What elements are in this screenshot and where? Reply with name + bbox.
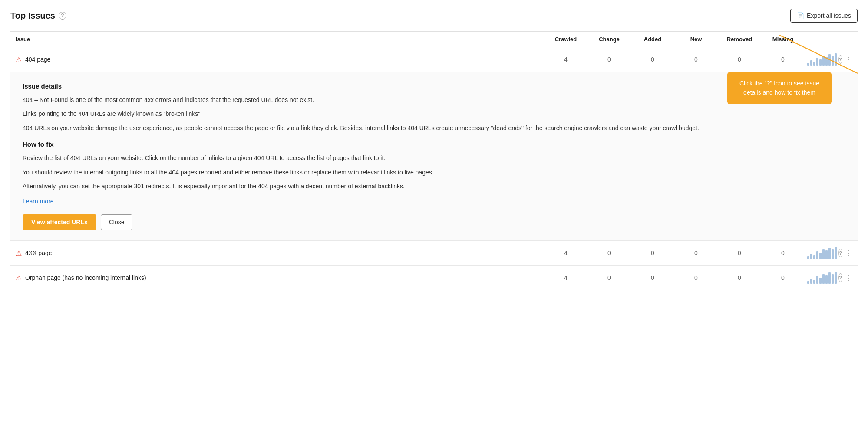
issue-details-heading: Issue details bbox=[23, 82, 845, 90]
change-4xx: 0 bbox=[587, 249, 631, 256]
removed-4xx: 0 bbox=[718, 249, 761, 256]
chart-bars-orphan bbox=[805, 272, 839, 284]
how-to-fix-text-2: You should review the internal outgoing … bbox=[23, 167, 845, 177]
how-to-fix-text-3: Alternatively, you can set the appropria… bbox=[23, 181, 845, 191]
issue-label-404: 404 page bbox=[25, 56, 50, 63]
row-help-icon-4xx[interactable]: ? bbox=[838, 249, 842, 257]
how-to-fix-heading: How to fix bbox=[23, 141, 845, 148]
th-missing: Missing bbox=[761, 36, 805, 43]
new-4xx: 0 bbox=[674, 249, 718, 256]
bar-4xx-7 bbox=[825, 250, 828, 259]
added-404: 0 bbox=[631, 56, 674, 63]
issue-details-text-1: 404 – Not Found is one of the most commo… bbox=[23, 95, 845, 105]
learn-more-link[interactable]: Learn more bbox=[23, 198, 54, 205]
table-header: Issue Crawled Change Added New Removed M… bbox=[10, 31, 858, 47]
bar-orphan-4 bbox=[816, 276, 818, 284]
bar-1 bbox=[807, 63, 809, 66]
warning-icon-4xx: ⚠ bbox=[16, 249, 22, 257]
bar-orphan-3 bbox=[813, 280, 815, 284]
bar-6 bbox=[822, 56, 825, 66]
change-orphan: 0 bbox=[587, 274, 631, 281]
bar-4xx-6 bbox=[822, 249, 825, 259]
issue-row-orphan: ⚠ Orphan page (has no incoming internal … bbox=[10, 266, 858, 290]
issue-row-main-4xx[interactable]: ⚠ 4XX page 4 0 0 0 0 0 bbox=[10, 241, 858, 265]
bar-2 bbox=[810, 60, 812, 66]
close-button[interactable]: Close bbox=[101, 214, 133, 230]
row-actions-orphan: ? ⋮ bbox=[839, 273, 852, 282]
row-help-icon-404[interactable]: ? bbox=[838, 55, 842, 64]
bar-9 bbox=[832, 56, 834, 66]
issue-row-main-404[interactable]: ⚠ 404 page 4 0 0 0 0 0 bbox=[10, 47, 858, 72]
bar-4xx-10 bbox=[835, 247, 837, 259]
missing-orphan: 0 bbox=[761, 274, 805, 281]
bar-4xx-5 bbox=[819, 253, 822, 259]
bar-4xx-1 bbox=[807, 256, 809, 259]
row-actions-4xx: ? ⋮ bbox=[839, 249, 852, 257]
row-actions-404: ? ⋮ bbox=[839, 55, 852, 64]
bar-4xx-2 bbox=[810, 254, 812, 259]
issue-label-4xx: 4XX page bbox=[25, 249, 52, 256]
tooltip-text: Click the "?" Icon to see issue details … bbox=[739, 80, 819, 96]
issue-detail-panel-404: Click the "?" Icon to see issue details … bbox=[10, 72, 858, 240]
bar-orphan-6 bbox=[822, 274, 825, 284]
warning-icon-orphan: ⚠ bbox=[16, 274, 22, 282]
new-orphan: 0 bbox=[674, 274, 718, 281]
row-menu-icon-orphan[interactable]: ⋮ bbox=[845, 274, 852, 282]
page-title: Top Issues bbox=[10, 11, 55, 21]
bar-orphan-1 bbox=[807, 281, 809, 284]
view-affected-urls-button[interactable]: View affected URLs bbox=[23, 214, 96, 230]
issue-name-4xx: ⚠ 4XX page bbox=[16, 249, 544, 257]
page-wrapper: Top Issues ? 📄 Export all issues Issue C… bbox=[0, 0, 868, 433]
chart-bars-404 bbox=[805, 53, 839, 66]
missing-4xx: 0 bbox=[761, 249, 805, 256]
bar-5 bbox=[819, 59, 822, 66]
new-404: 0 bbox=[674, 56, 718, 63]
bar-7 bbox=[825, 57, 828, 66]
removed-404: 0 bbox=[718, 56, 761, 63]
issue-row-404: ⚠ 404 page 4 0 0 0 0 0 bbox=[10, 47, 858, 241]
bar-4 bbox=[816, 58, 818, 66]
issue-label-orphan: Orphan page (has no incoming internal li… bbox=[25, 274, 146, 281]
warning-icon-404: ⚠ bbox=[16, 56, 22, 64]
th-crawled: Crawled bbox=[544, 36, 587, 43]
bar-4xx-8 bbox=[828, 248, 831, 259]
page-header: Top Issues ? 📄 Export all issues bbox=[10, 9, 858, 23]
bar-orphan-5 bbox=[819, 278, 822, 284]
chart-bars-4xx bbox=[805, 247, 839, 259]
chart-orphan bbox=[805, 272, 839, 284]
issue-details-text-3: 404 URLs on your website damage the user… bbox=[23, 123, 845, 133]
bar-orphan-8 bbox=[828, 272, 831, 284]
th-change: Change bbox=[587, 36, 631, 43]
bar-3 bbox=[813, 62, 815, 66]
issue-row-4xx: ⚠ 4XX page 4 0 0 0 0 0 bbox=[10, 241, 858, 266]
issue-row-main-orphan[interactable]: ⚠ Orphan page (has no incoming internal … bbox=[10, 266, 858, 290]
th-chart bbox=[805, 36, 839, 43]
bar-4xx-3 bbox=[813, 255, 815, 259]
row-menu-icon-404[interactable]: ⋮ bbox=[845, 56, 852, 64]
tooltip-callout: Click the "?" Icon to see issue details … bbox=[727, 72, 832, 104]
issue-name-orphan: ⚠ Orphan page (has no incoming internal … bbox=[16, 274, 544, 282]
th-removed: Removed bbox=[718, 36, 761, 43]
export-button-label: Export all issues bbox=[807, 12, 851, 19]
th-actions bbox=[839, 36, 852, 43]
issue-details-text-2: Links pointing to the 404 URLs are widel… bbox=[23, 109, 845, 118]
crawled-4xx: 4 bbox=[544, 249, 587, 256]
issue-name-404: ⚠ 404 page bbox=[16, 56, 544, 64]
page-help-icon[interactable]: ? bbox=[59, 12, 66, 20]
chart-4xx bbox=[805, 247, 839, 259]
removed-orphan: 0 bbox=[718, 274, 761, 281]
export-all-button[interactable]: 📄 Export all issues bbox=[790, 9, 858, 23]
bar-8 bbox=[828, 54, 831, 66]
page-title-group: Top Issues ? bbox=[10, 11, 66, 21]
th-added: Added bbox=[631, 36, 674, 43]
bar-4xx-4 bbox=[816, 251, 818, 259]
change-404: 0 bbox=[587, 56, 631, 63]
panel-buttons: View affected URLs Close bbox=[23, 214, 845, 230]
th-new: New bbox=[674, 36, 718, 43]
added-4xx: 0 bbox=[631, 249, 674, 256]
row-menu-icon-4xx[interactable]: ⋮ bbox=[845, 249, 852, 257]
bar-orphan-2 bbox=[810, 279, 812, 284]
bar-10 bbox=[835, 53, 837, 66]
row-help-icon-orphan[interactable]: ? bbox=[838, 273, 842, 282]
bar-orphan-10 bbox=[835, 272, 837, 284]
